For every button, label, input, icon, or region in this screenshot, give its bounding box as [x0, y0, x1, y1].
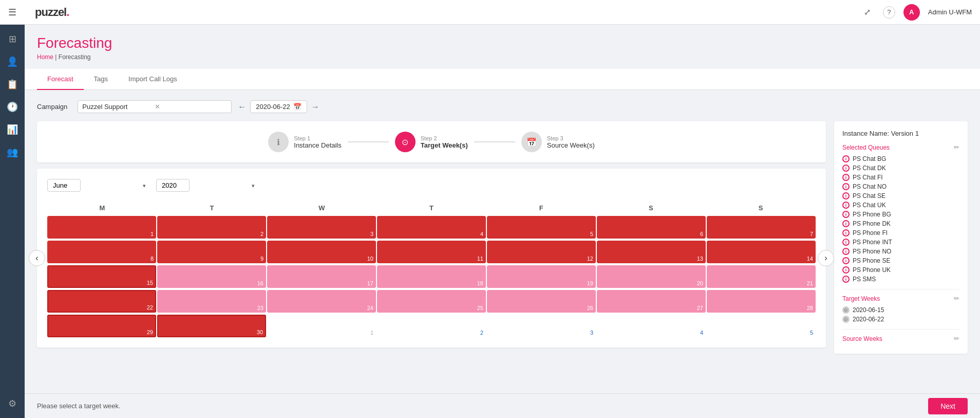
cal-day-24[interactable]: 24 — [267, 290, 376, 313]
cal-day-11[interactable]: 11 — [377, 241, 486, 263]
cal-day-4[interactable]: 4 — [377, 216, 486, 239]
month-select-wrapper: June — [47, 179, 150, 192]
date-prev-btn[interactable]: ← — [238, 102, 246, 112]
calendar-body: 1 2 3 4 5 6 7 8 9 10 — [47, 216, 816, 337]
step-1-circle: ℹ — [268, 132, 289, 152]
queue-label: PS Chat BG — [853, 155, 886, 162]
cal-day-2[interactable]: 2 — [157, 216, 266, 239]
cal-day-18[interactable]: 18 — [377, 265, 486, 288]
calendar-icon[interactable]: 📅 — [293, 103, 301, 111]
queue-info-icon: i — [842, 183, 850, 190]
cal-day-26[interactable]: 26 — [487, 290, 596, 313]
step-3-circle: 📅 — [521, 132, 542, 152]
instance-name: Instance Name: Version 1 — [842, 130, 959, 137]
cal-day-23[interactable]: 23 — [157, 290, 266, 313]
queue-label: PS Phone FI — [853, 229, 888, 237]
cal-day-8[interactable]: 8 — [47, 241, 156, 263]
step-1-name: Instance Details — [294, 141, 342, 149]
cal-day-22[interactable]: 22 — [47, 290, 156, 313]
queue-info-icon: i — [842, 165, 850, 172]
step-2-name: Target Week(s) — [421, 141, 468, 149]
queue-item-ps-sms: i PS SMS — [842, 275, 959, 284]
cal-day-7[interactable]: 7 — [707, 216, 816, 239]
cal-day-5[interactable]: 5 — [487, 216, 596, 239]
sidebar-item-teams[interactable]: 👥 — [2, 142, 23, 162]
instance-label: Instance Name: — [842, 130, 889, 137]
cal-week-5: 29 30 1 2 3 4 5 — [47, 315, 816, 337]
cal-day-25[interactable]: 25 — [377, 290, 486, 313]
menu-icon[interactable]: ☰ — [8, 7, 16, 18]
day-header-s2: S — [706, 202, 816, 214]
tab-import-call-logs[interactable]: Import Call Logs — [118, 69, 187, 90]
tabs-bar: Forecast Tags Import Call Logs — [25, 69, 980, 90]
tab-tags[interactable]: Tags — [84, 69, 118, 90]
cal-day-15[interactable]: 15 — [47, 265, 156, 288]
sidebar-item-settings[interactable]: ⚙ — [2, 393, 23, 414]
cal-day-next-5[interactable]: 5 — [707, 315, 816, 337]
help-icon[interactable]: ? — [883, 6, 895, 19]
bottom-bar: Please select a target week. Next — [25, 393, 980, 418]
breadcrumb-home[interactable]: Home — [37, 53, 53, 61]
cal-day-29[interactable]: 29 — [47, 315, 156, 337]
cal-day-next-4[interactable]: 4 — [597, 315, 706, 337]
queue-label: PS Phone SE — [853, 257, 890, 264]
cal-prev-button[interactable]: ‹ — [29, 250, 45, 266]
target-weeks-edit-icon[interactable]: ✏ — [954, 295, 959, 302]
source-weeks-edit-icon[interactable]: ✏ — [954, 335, 959, 342]
queue-item-ps-phone-uk: i PS Phone UK — [842, 265, 959, 275]
left-panel: ℹ Step 1 Instance Details ⊙ Step 2 Targe… — [37, 121, 826, 354]
sidebar-item-reports[interactable]: 📋 — [2, 74, 23, 95]
cal-day-1[interactable]: 1 — [47, 216, 156, 239]
sidebar-item-users[interactable]: 👤 — [2, 51, 23, 72]
logo-text: puzzel — [35, 6, 66, 19]
date-next-btn[interactable]: → — [311, 102, 319, 112]
cal-week-1: 1 2 3 4 5 6 7 — [47, 216, 816, 239]
year-select[interactable]: 2020 — [156, 179, 190, 192]
cal-day-16[interactable]: 16 — [157, 265, 266, 288]
cal-day-14[interactable]: 14 — [707, 241, 816, 263]
step-3-num: Step 3 — [547, 135, 595, 141]
tab-forecast[interactable]: Forecast — [37, 69, 84, 90]
cal-week-3: 15 16 17 18 19 20 21 — [47, 265, 816, 288]
month-select[interactable]: June — [47, 179, 81, 192]
fullscreen-icon[interactable]: ⤢ — [860, 5, 875, 20]
sidebar-item-dashboard[interactable]: ⊞ — [2, 29, 23, 49]
cal-day-next-1[interactable]: 1 — [267, 315, 376, 337]
queue-info-icon: i — [842, 174, 850, 181]
cal-day-21[interactable]: 21 — [707, 265, 816, 288]
target-weeks-list: ⊙ 2020-06-15 ⊙ 2020-06-22 — [842, 305, 959, 324]
cal-day-3[interactable]: 3 — [267, 216, 376, 239]
selected-queues-edit-icon[interactable]: ✏ — [954, 143, 959, 151]
cal-day-9[interactable]: 9 — [157, 241, 266, 263]
cal-day-20[interactable]: 20 — [597, 265, 706, 288]
step-2-circle: ⊙ — [395, 132, 416, 152]
cal-day-next-3[interactable]: 3 — [487, 315, 596, 337]
date-display: 2020-06-22 📅 — [250, 100, 307, 113]
cal-day-30[interactable]: 30 — [157, 315, 266, 337]
queue-info-icon: i — [842, 257, 850, 264]
cal-day-17[interactable]: 17 — [267, 265, 376, 288]
cal-day-10[interactable]: 10 — [267, 241, 376, 263]
avatar[interactable]: A — [903, 4, 920, 21]
cal-day-19[interactable]: 19 — [487, 265, 596, 288]
cal-day-12[interactable]: 12 — [487, 241, 596, 263]
queue-label: PS Chat UK — [853, 202, 886, 209]
queue-label: PS Phone DK — [853, 220, 891, 227]
source-weeks-section: Source Weeks ✏ — [842, 335, 959, 342]
calendar-header-row: M T W T F S S — [47, 202, 816, 214]
campaign-clear-icon[interactable]: ✕ — [155, 103, 227, 111]
cal-next-button[interactable]: › — [818, 250, 834, 266]
sidebar-item-forecasting[interactable]: 📊 — [2, 119, 23, 140]
cal-day-6[interactable]: 6 — [597, 216, 706, 239]
day-header-w: W — [267, 202, 376, 214]
next-button[interactable]: Next — [928, 398, 968, 414]
queue-info-icon: i — [842, 192, 850, 199]
sidebar: ⊞ 👤 📋 🕐 📊 👥 ⚙ — [0, 25, 25, 418]
cal-day-27[interactable]: 27 — [597, 290, 706, 313]
cal-day-next-2[interactable]: 2 — [377, 315, 486, 337]
queue-item-ps-phone-int: i PS Phone INT — [842, 238, 959, 247]
cal-day-13[interactable]: 13 — [597, 241, 706, 263]
sidebar-item-scheduling[interactable]: 🕐 — [2, 97, 23, 117]
queue-info-icon: i — [842, 248, 850, 255]
cal-day-28[interactable]: 28 — [707, 290, 816, 313]
